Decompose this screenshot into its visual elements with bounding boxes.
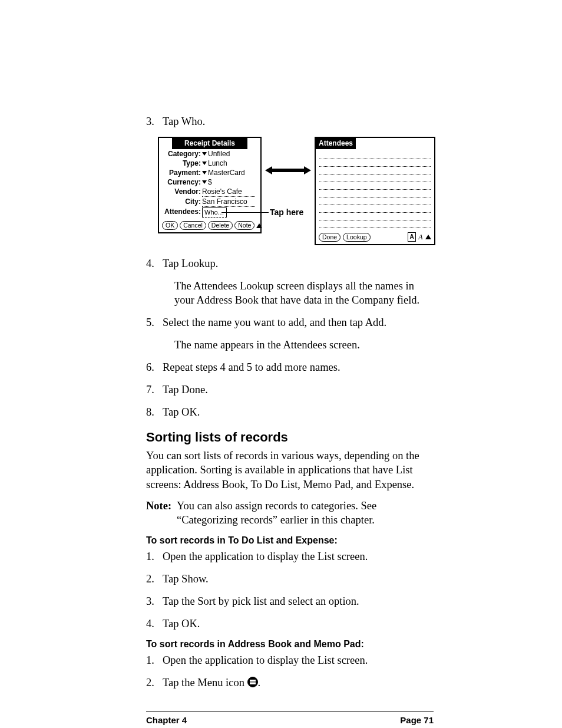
- callout-line: [222, 212, 269, 213]
- note-text: You can also assign records to categorie…: [177, 499, 434, 527]
- value-category[interactable]: Unfiled: [202, 150, 230, 159]
- footer-chapter: Chapter 4: [146, 715, 187, 725]
- sort1-step-3: 3.Tap the Sort by pick list and select a…: [146, 594, 434, 608]
- dropdown-icon: [202, 171, 207, 174]
- sort1-step-4: 4.Tap OK.: [146, 617, 434, 631]
- step-number: 2.: [146, 676, 163, 690]
- step-text: Tap the Sort by pick list and select an …: [163, 594, 434, 608]
- label-city: City:: [162, 197, 202, 207]
- subheading-sort-todo-expense: To sort records in To Do List and Expens…: [146, 535, 434, 546]
- note-label: Note:: [146, 499, 177, 527]
- label-category: Category:: [162, 150, 202, 159]
- step-4: 4. Tap Lookup.: [146, 256, 434, 271]
- value-payment[interactable]: MasterCard: [202, 169, 245, 177]
- step-8: 8. Tap OK.: [146, 405, 434, 419]
- step-4-sub: The Attendees Lookup screen displays all…: [174, 279, 434, 307]
- step-7: 7. Tap Done.: [146, 383, 434, 397]
- screen-title: Attendees: [316, 138, 356, 149]
- step-text: Tap OK.: [163, 405, 434, 419]
- step-text: Tap Lookup.: [163, 256, 434, 271]
- step-text: Select the name you want to add, and the…: [163, 315, 434, 330]
- heading-sorting: Sorting lists of records: [146, 430, 434, 445]
- scroll-up-icon: [425, 235, 431, 239]
- step-text: Tap OK.: [163, 617, 434, 631]
- step-text-a: Tap the Menu icon: [163, 677, 247, 689]
- label-attendees: Attendees:: [162, 207, 202, 218]
- screen-title: Receipt Details: [172, 138, 247, 149]
- label-type: Type:: [162, 159, 202, 168]
- value-currency[interactable]: $: [202, 178, 212, 187]
- subheading-sort-address-memo: To sort records in Address Book and Memo…: [146, 639, 434, 650]
- step-number: 4.: [146, 617, 163, 631]
- step-number: 8.: [146, 405, 163, 419]
- step-number: 3.: [146, 114, 163, 129]
- done-button[interactable]: Done: [319, 233, 340, 242]
- step-text: Tap Show.: [163, 572, 434, 586]
- dropdown-icon: [202, 162, 207, 165]
- step-number: 5.: [146, 315, 163, 330]
- sort2-step-2: 2. Tap the Menu icon .: [146, 676, 434, 690]
- figure-receipt-attendees: Receipt Details Category:Unfiled Type:Lu…: [158, 137, 434, 246]
- scroll-up-icon: [256, 223, 262, 228]
- dropdown-icon: [202, 180, 207, 184]
- footer-page: Page 71: [400, 715, 434, 725]
- dropdown-icon: [202, 152, 207, 156]
- label-payment: Payment:: [162, 169, 202, 177]
- step-3: 3. Tap Who.: [146, 114, 434, 129]
- label-currency: Currency:: [162, 178, 202, 187]
- step-text: Tap Who.: [163, 114, 434, 129]
- step-number: 3.: [146, 594, 163, 608]
- input-mode-alt-icon[interactable]: A: [417, 233, 424, 242]
- arrow-left-head-icon: [265, 166, 272, 174]
- step-number: 6.: [146, 360, 163, 374]
- step-number: 1.: [146, 653, 163, 667]
- arrow-right-head-icon: [304, 166, 311, 174]
- step-5-sub: The name appears in the Attendees screen…: [174, 338, 434, 352]
- screen-attendees: Attendees Done Lookup A A: [315, 137, 435, 245]
- value-type[interactable]: Lunch: [202, 159, 227, 168]
- sort2-step-1: 1.Open the application to display the Li…: [146, 653, 434, 667]
- lookup-button[interactable]: Lookup: [343, 233, 370, 242]
- ok-button[interactable]: OK: [162, 221, 178, 230]
- attendees-list[interactable]: [316, 149, 434, 228]
- note: Note: You can also assign records to cat…: [146, 499, 434, 527]
- menu-icon: [247, 677, 258, 687]
- step-text-b: .: [258, 677, 261, 689]
- step-text: Tap the Menu icon .: [163, 676, 434, 690]
- step-5: 5. Select the name you want to add, and …: [146, 315, 434, 330]
- callout-tap-here: Tap here: [270, 207, 303, 217]
- delete-button[interactable]: Delete: [208, 221, 233, 230]
- sort1-step-2: 2.Tap Show.: [146, 572, 434, 586]
- arrow-shaft: [272, 169, 304, 172]
- step-number: 7.: [146, 383, 163, 397]
- value-city[interactable]: San Francisco: [202, 197, 255, 207]
- note-button[interactable]: Note: [234, 221, 254, 230]
- step-text: Repeat steps 4 and 5 to add more names.: [163, 360, 434, 374]
- label-vendor: Vendor:: [162, 187, 202, 197]
- step-number: 4.: [146, 256, 163, 271]
- para-sorting-intro: You can sort lists of records in various…: [146, 449, 434, 491]
- value-vendor[interactable]: Rosie's Cafe: [202, 187, 255, 197]
- sort1-step-1: 1.Open the application to display the Li…: [146, 549, 434, 564]
- step-6: 6. Repeat steps 4 and 5 to add more name…: [146, 360, 434, 374]
- cancel-button[interactable]: Cancel: [180, 221, 206, 230]
- screen-receipt-details: Receipt Details Category:Unfiled Type:Lu…: [158, 137, 262, 233]
- input-mode-icon[interactable]: A: [408, 232, 416, 242]
- page-footer: Chapter 4 Page 71: [146, 711, 434, 725]
- step-text: Open the application to display the List…: [163, 653, 434, 667]
- step-number: 1.: [146, 549, 163, 564]
- step-text: Open the application to display the List…: [163, 549, 434, 564]
- step-text: Tap Done.: [163, 383, 434, 397]
- step-number: 2.: [146, 572, 163, 586]
